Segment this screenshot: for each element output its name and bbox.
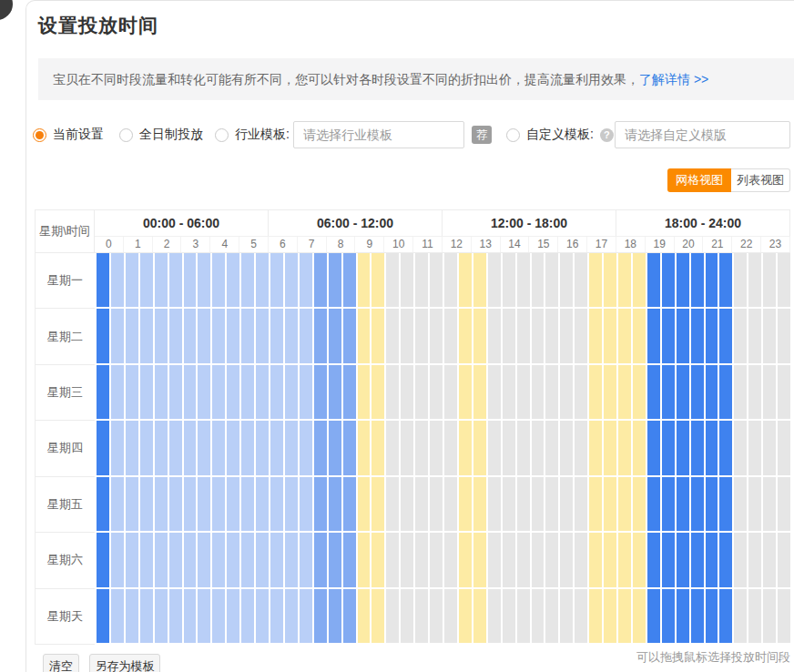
- time-slot-cell[interactable]: [358, 477, 371, 531]
- time-slot-cell[interactable]: [227, 253, 239, 307]
- time-slot-cell[interactable]: [270, 533, 283, 586]
- time-slot-cell[interactable]: [459, 533, 472, 586]
- time-slot-cell[interactable]: [691, 365, 704, 419]
- time-slot-cell[interactable]: [314, 421, 327, 474]
- time-slot-cell[interactable]: [401, 589, 413, 643]
- time-slot-cell[interactable]: [618, 365, 631, 419]
- time-slot-cell[interactable]: [358, 309, 371, 362]
- time-slot-cell[interactable]: [662, 533, 675, 586]
- time-slot-cell[interactable]: [677, 309, 689, 362]
- time-slot-cell[interactable]: [111, 589, 124, 643]
- time-slot-cell[interactable]: [212, 533, 225, 586]
- time-slot-cell[interactable]: [343, 477, 356, 531]
- time-slot-cell[interactable]: [647, 365, 660, 419]
- time-slot-cell[interactable]: [256, 589, 269, 643]
- time-slot-cell[interactable]: [372, 589, 384, 643]
- time-slot-cell[interactable]: [140, 365, 153, 419]
- time-slot-cell[interactable]: [430, 365, 443, 419]
- time-slot-cell[interactable]: [575, 421, 587, 474]
- time-slot-cell[interactable]: [212, 421, 225, 474]
- time-slot-cell[interactable]: [343, 589, 356, 643]
- time-slot-cell[interactable]: [473, 533, 486, 586]
- time-slot-cell[interactable]: [126, 365, 138, 419]
- time-slot-cell[interactable]: [532, 533, 545, 586]
- time-slot-cell[interactable]: [647, 253, 660, 307]
- time-slot-cell[interactable]: [647, 533, 660, 586]
- time-slot-cell[interactable]: [604, 309, 616, 362]
- time-slot-cell[interactable]: [401, 477, 413, 531]
- time-slot-cell[interactable]: [488, 365, 501, 419]
- time-slot-cell[interactable]: [748, 421, 761, 474]
- time-slot-cell[interactable]: [488, 421, 501, 474]
- time-slot-cell[interactable]: [97, 421, 109, 474]
- time-slot-cell[interactable]: [748, 365, 761, 419]
- time-slot-cell[interactable]: [662, 421, 675, 474]
- time-slot-cell[interactable]: [184, 253, 197, 307]
- time-slot-cell[interactable]: [545, 365, 558, 419]
- time-slot-cell[interactable]: [503, 253, 515, 307]
- time-slot-cell[interactable]: [270, 365, 283, 419]
- time-slot-cell[interactable]: [372, 421, 384, 474]
- time-slot-cell[interactable]: [763, 253, 776, 307]
- time-slot-cell[interactable]: [545, 477, 558, 531]
- time-slot-cell[interactable]: [126, 533, 138, 586]
- time-slot-cell[interactable]: [140, 589, 153, 643]
- time-slot-cell[interactable]: [97, 589, 109, 643]
- time-slot-cell[interactable]: [169, 365, 182, 419]
- time-slot-cell[interactable]: [633, 533, 646, 586]
- time-slot-cell[interactable]: [691, 589, 704, 643]
- time-slot-cell[interactable]: [517, 533, 530, 586]
- time-slot-cell[interactable]: [256, 477, 269, 531]
- time-slot-cell[interactable]: [256, 365, 269, 419]
- time-slot-cell[interactable]: [473, 477, 486, 531]
- time-slot-cell[interactable]: [270, 253, 283, 307]
- time-slot-cell[interactable]: [169, 533, 182, 586]
- time-slot-cell[interactable]: [589, 477, 602, 531]
- time-slot-cell[interactable]: [140, 253, 153, 307]
- time-slot-cell[interactable]: [719, 421, 732, 474]
- time-slot-cell[interactable]: [126, 589, 138, 643]
- help-icon[interactable]: ?: [600, 128, 614, 142]
- time-slot-cell[interactable]: [386, 309, 399, 362]
- time-slot-cell[interactable]: [706, 365, 718, 419]
- time-slot-cell[interactable]: [633, 253, 646, 307]
- time-slot-cell[interactable]: [575, 309, 587, 362]
- time-slot-cell[interactable]: [633, 589, 646, 643]
- time-slot-cell[interactable]: [706, 533, 718, 586]
- time-slot-cell[interactable]: [662, 253, 675, 307]
- tab-list-view[interactable]: 列表视图: [731, 168, 790, 192]
- time-slot-cell[interactable]: [589, 533, 602, 586]
- time-slot-cell[interactable]: [111, 421, 124, 474]
- time-slot-cell[interactable]: [734, 253, 747, 307]
- time-slot-cell[interactable]: [560, 421, 573, 474]
- time-slot-cell[interactable]: [372, 309, 384, 362]
- time-slot-cell[interactable]: [618, 309, 631, 362]
- time-slot-cell[interactable]: [300, 533, 312, 586]
- time-slot-cell[interactable]: [778, 365, 790, 419]
- time-slot-cell[interactable]: [459, 253, 472, 307]
- time-slot-cell[interactable]: [589, 309, 602, 362]
- time-slot-cell[interactable]: [430, 589, 443, 643]
- time-slot-cell[interactable]: [662, 309, 675, 362]
- radio-custom-template[interactable]: 自定义模板: ?: [506, 121, 614, 148]
- time-slot-cell[interactable]: [604, 365, 616, 419]
- time-slot-cell[interactable]: [618, 421, 631, 474]
- time-slot-cell[interactable]: [560, 589, 573, 643]
- time-slot-cell[interactable]: [748, 309, 761, 362]
- time-slot-cell[interactable]: [401, 421, 413, 474]
- time-slot-cell[interactable]: [633, 309, 646, 362]
- time-slot-cell[interactable]: [503, 589, 515, 643]
- time-slot-cell[interactable]: [415, 533, 428, 586]
- time-slot-cell[interactable]: [329, 589, 341, 643]
- time-slot-cell[interactable]: [126, 253, 138, 307]
- time-slot-cell[interactable]: [169, 253, 182, 307]
- time-slot-cell[interactable]: [314, 365, 327, 419]
- time-slot-cell[interactable]: [503, 421, 515, 474]
- time-slot-cell[interactable]: [647, 477, 660, 531]
- time-slot-cell[interactable]: [126, 477, 138, 531]
- time-slot-cell[interactable]: [459, 421, 472, 474]
- time-slot-cell[interactable]: [604, 253, 616, 307]
- time-slot-cell[interactable]: [329, 477, 341, 531]
- time-slot-cell[interactable]: [343, 253, 356, 307]
- time-slot-cell[interactable]: [97, 533, 109, 586]
